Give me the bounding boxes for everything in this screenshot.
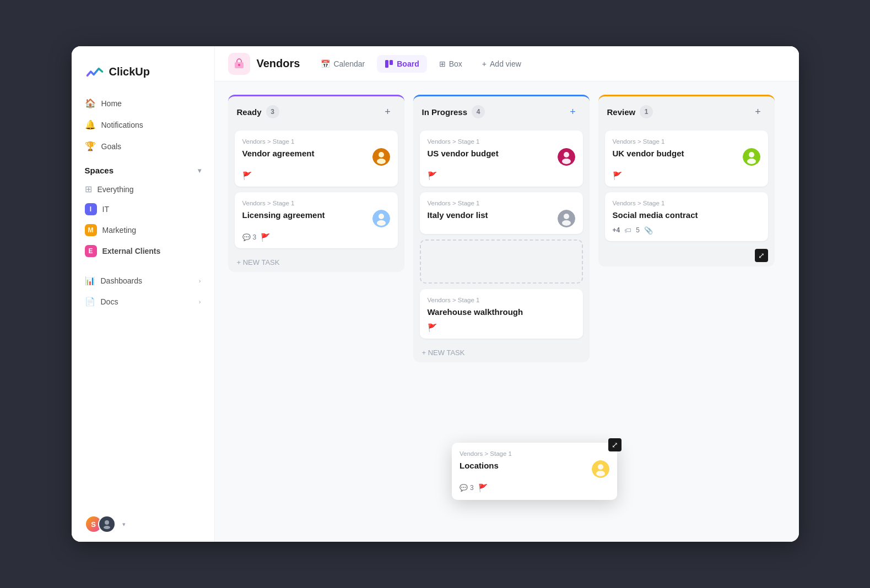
sidebar-item-docs-label: Docs (101, 297, 118, 306)
card-italy-vendor-list[interactable]: Vendors > Stage 1 Italy vendor list (420, 192, 583, 234)
new-task-ready-label: + NEW TASK (237, 258, 280, 266)
column-ready-add-button[interactable]: + (380, 104, 396, 119)
header: Vendors 📅 Calendar Board ⊞ Box + Add vie… (215, 46, 799, 81)
column-in-progress-count: 4 (472, 105, 485, 118)
comment-icon-floating: 💬 (460, 484, 468, 492)
sidebar-item-goals[interactable]: 🏆 Goals (78, 135, 208, 157)
card-vendor-agreement[interactable]: Vendors > Stage 1 Vendor agreement (235, 130, 398, 187)
column-in-progress: In Progress 4 + Vendors > Stage 1 US ven… (413, 95, 590, 362)
drag-handle-icon[interactable]: ⤢ (755, 249, 768, 262)
card-warehouse[interactable]: Vendors > Stage 1 Warehouse walkthrough … (420, 289, 583, 339)
sidebar-item-marketing[interactable]: M Marketing (72, 220, 214, 241)
sidebar-item-goals-label: Goals (101, 142, 122, 151)
card-licensing-comments: 💬 3 (242, 233, 257, 241)
spaces-chevron-icon[interactable]: ▾ (198, 167, 201, 175)
tab-calendar[interactable]: 📅 Calendar (313, 55, 372, 73)
svg-rect-4 (385, 60, 388, 68)
column-review: Review 1 + Vendors > Stage 1 UK vendor b… (598, 95, 775, 266)
new-task-in-progress-label: + NEW TASK (422, 349, 465, 357)
trophy-icon: 🏆 (85, 141, 96, 151)
card-us-vendor-budget[interactable]: Vendors > Stage 1 US vendor budget (420, 130, 583, 187)
svg-point-11 (377, 220, 386, 226)
bell-icon: 🔔 (85, 119, 96, 130)
svg-rect-5 (390, 60, 393, 65)
card-us-vendor-flag: 🚩 (428, 171, 437, 180)
column-in-progress-new-task[interactable]: + NEW TASK (413, 343, 590, 362)
column-in-progress-add-button[interactable]: + (565, 104, 581, 119)
card-italy-avatar (558, 210, 575, 227)
tab-box[interactable]: ⊞ Box (431, 55, 470, 73)
tab-board-label: Board (397, 59, 419, 68)
card-us-vendor-title: US vendor budget (428, 148, 499, 159)
sidebar-item-dashboards-label: Dashboards (101, 276, 143, 285)
user-avatars[interactable]: S (85, 515, 116, 533)
svg-point-19 (749, 152, 754, 157)
card-licensing-meta: Vendors > Stage 1 (242, 200, 390, 206)
card-licensing-avatar (372, 210, 390, 227)
svg-point-17 (562, 220, 571, 226)
tab-add-view[interactable]: + Add view (474, 55, 529, 73)
card-licensing-flag: 🚩 (261, 233, 270, 242)
docs-icon: 📄 (85, 297, 95, 307)
sidebar-item-dashboards[interactable]: 📊 Dashboards › (78, 270, 208, 291)
plus-icon: + (482, 59, 487, 68)
tab-board[interactable]: Board (377, 55, 426, 73)
user-dropdown-icon[interactable]: ▾ (122, 521, 126, 528)
column-review-add-button[interactable]: + (750, 104, 766, 119)
column-review-count: 1 (640, 105, 653, 118)
sidebar-item-docs[interactable]: 📄 Docs › (78, 291, 208, 312)
tab-add-view-label: Add view (490, 59, 521, 68)
spaces-section-header: Spaces ▾ (72, 157, 214, 179)
comment-icon: 💬 (242, 233, 251, 241)
main-content: Vendors 📅 Calendar Board ⊞ Box + Add vie… (215, 46, 799, 542)
vendors-icon-wrap (228, 53, 250, 75)
floating-card-locations[interactable]: ⤢ Vendors > Stage 1 Locations 💬 (452, 443, 617, 500)
sidebar-item-notifications[interactable]: 🔔 Notifications (78, 114, 208, 135)
column-ready-header: Ready 3 + (228, 95, 404, 126)
svg-point-3 (238, 64, 240, 66)
tab-calendar-label: Calendar (333, 59, 365, 68)
svg-point-23 (596, 471, 605, 476)
column-in-progress-header: In Progress 4 + (413, 95, 590, 126)
column-in-progress-cards: Vendors > Stage 1 US vendor budget (413, 126, 590, 343)
logo[interactable]: ClickUp (72, 46, 214, 92)
calendar-icon: 📅 (321, 59, 330, 68)
card-uk-vendor-budget[interactable]: Vendors > Stage 1 UK vendor budget (605, 130, 768, 187)
dashboards-chevron-icon: › (199, 277, 201, 284)
sidebar-item-external-clients[interactable]: E External Clients (72, 241, 214, 262)
card-licensing-agreement[interactable]: Vendors > Stage 1 Licensing agreement (235, 192, 398, 248)
sidebar-item-notifications-label: Notifications (101, 121, 143, 129)
column-ready-new-task[interactable]: + NEW TASK (228, 253, 404, 272)
floating-card-drag-icon[interactable]: ⤢ (608, 438, 622, 451)
user-avatar-d (98, 515, 116, 533)
sidebar-item-it-label: IT (102, 205, 109, 214)
card-social-media-contract[interactable]: Vendors > Stage 1 Social media contract … (605, 192, 768, 241)
home-icon: 🏠 (85, 98, 96, 108)
it-dot: I (85, 203, 97, 215)
sidebar-bottom-nav: 📊 Dashboards › 📄 Docs › (72, 266, 214, 317)
card-vendor-agreement-flag: 🚩 (242, 171, 252, 180)
spaces-label: Spaces (85, 166, 114, 175)
board-icon (385, 59, 393, 68)
app-name: ClickUp (109, 66, 150, 78)
floating-card-comments: 💬 3 (460, 484, 474, 492)
svg-point-16 (564, 214, 569, 219)
card-italy-meta: Vendors > Stage 1 (428, 200, 575, 206)
svg-point-20 (747, 159, 756, 164)
sidebar-item-it[interactable]: I IT (72, 199, 214, 220)
card-social-attachments: 5 (636, 226, 640, 234)
card-warehouse-flag: 🚩 (428, 323, 437, 332)
card-italy-title: Italy vendor list (428, 210, 488, 221)
page-title: Vendors (257, 57, 300, 70)
card-licensing-comment-count: 3 (253, 233, 257, 241)
sidebar-item-everything[interactable]: ⊞ Everything (72, 179, 214, 199)
box-icon: ⊞ (439, 59, 446, 68)
column-review-cards: Vendors > Stage 1 UK vendor budget (598, 126, 775, 266)
column-ready: Ready 3 + Vendors > Stage 1 Vendor agree… (228, 95, 404, 272)
svg-point-8 (377, 159, 386, 164)
svg-point-10 (379, 214, 384, 219)
column-in-progress-title: In Progress (422, 107, 468, 117)
sidebar-item-home[interactable]: 🏠 Home (78, 92, 208, 114)
card-uk-vendor-meta: Vendors > Stage 1 (613, 138, 760, 145)
card-uk-vendor-avatar (743, 148, 760, 166)
